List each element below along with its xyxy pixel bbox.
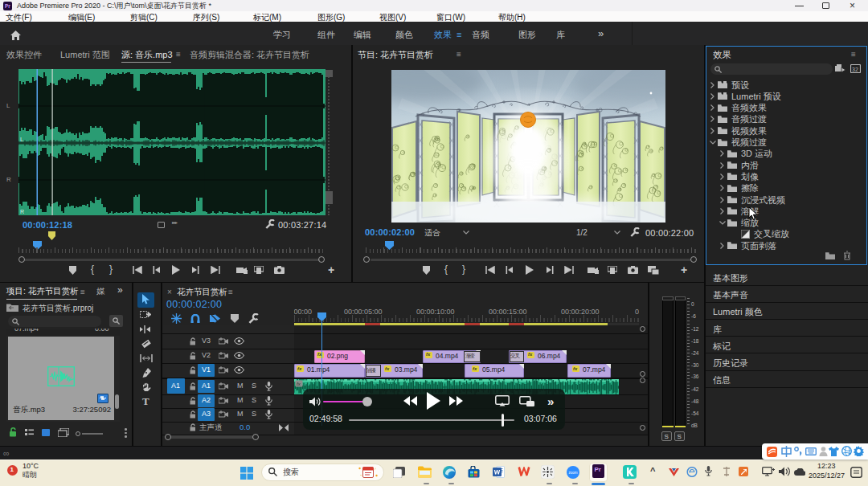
- svg-text:zoom: zoom: [569, 471, 578, 475]
- svg-text:L: L: [20, 137, 23, 142]
- svg-text:R: R: [20, 209, 24, 214]
- svg-text:32: 32: [852, 67, 858, 72]
